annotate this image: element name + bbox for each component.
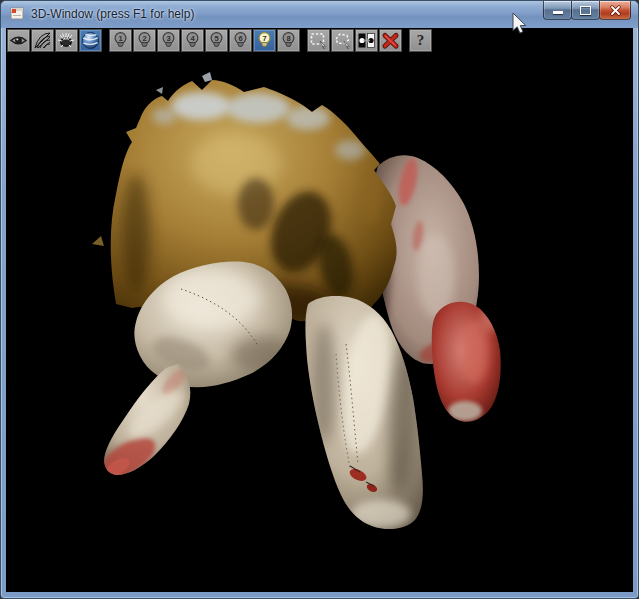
toolbar: 1 2 3 4 (6, 28, 633, 54)
3d-window: 3D-Window (press F1 for help) (0, 0, 639, 599)
help-button[interactable]: ? (409, 29, 432, 52)
maximize-button[interactable] (571, 1, 600, 20)
svg-text:2: 2 (142, 34, 146, 43)
swap-colors-icon (357, 31, 376, 50)
minimize-button[interactable] (543, 1, 572, 20)
question-icon: ? (417, 33, 425, 48)
titlebar[interactable]: 3D-Window (press F1 for help) (1, 1, 638, 28)
maximize-icon (580, 6, 591, 15)
minimize-icon (553, 11, 563, 14)
light-5-button[interactable]: 5 (205, 29, 228, 52)
window-title: 3D-Window (press F1 for help) (31, 7, 194, 21)
svg-text:8: 8 (286, 34, 290, 43)
light-7-button[interactable]: 7 (253, 29, 276, 52)
svg-text:7: 7 (262, 34, 266, 43)
swap-colors-button[interactable] (355, 29, 378, 52)
light-4-button[interactable]: 4 (181, 29, 204, 52)
red-x-icon (381, 31, 400, 50)
bulb-icon: 7 (255, 31, 274, 50)
bulb-icon: 2 (135, 31, 154, 50)
delete-button[interactable] (379, 29, 402, 52)
eye-icon (9, 31, 28, 50)
sphere-icon (81, 31, 100, 50)
light-6-button[interactable]: 6 (229, 29, 252, 52)
svg-text:3: 3 (166, 34, 170, 43)
bulb-icon: 6 (231, 31, 250, 50)
points-icon (57, 31, 76, 50)
3d-model-render (6, 54, 633, 592)
light-1-button[interactable]: 1 (109, 29, 132, 52)
rect-select-icon (309, 31, 328, 50)
bulb-icon: 1 (111, 31, 130, 50)
bulb-icon: 8 (279, 31, 298, 50)
svg-text:1: 1 (118, 34, 122, 43)
wireframe-icon (33, 31, 52, 50)
caption-buttons (544, 1, 631, 20)
rect-select-button[interactable] (307, 29, 330, 52)
shaded-surface-button[interactable] (79, 29, 102, 52)
svg-text:5: 5 (214, 34, 218, 43)
light-3-button[interactable]: 3 (157, 29, 180, 52)
client-area: 1 2 3 4 (6, 28, 633, 592)
svg-text:6: 6 (238, 34, 242, 43)
bulb-icon: 4 (183, 31, 202, 50)
light-2-button[interactable]: 2 (133, 29, 156, 52)
bulb-icon: 5 (207, 31, 226, 50)
wireframe-button[interactable] (31, 29, 54, 52)
lasso-select-button[interactable] (331, 29, 354, 52)
app-window-icon (10, 7, 25, 21)
lasso-select-icon (333, 31, 352, 50)
light-8-button[interactable]: 8 (277, 29, 300, 52)
bulb-icon: 3 (159, 31, 178, 50)
view-eye-button[interactable] (7, 29, 30, 52)
3d-viewport[interactable] (6, 54, 633, 592)
close-icon (610, 5, 621, 16)
point-cloud-button[interactable] (55, 29, 78, 52)
close-button[interactable] (599, 1, 631, 20)
